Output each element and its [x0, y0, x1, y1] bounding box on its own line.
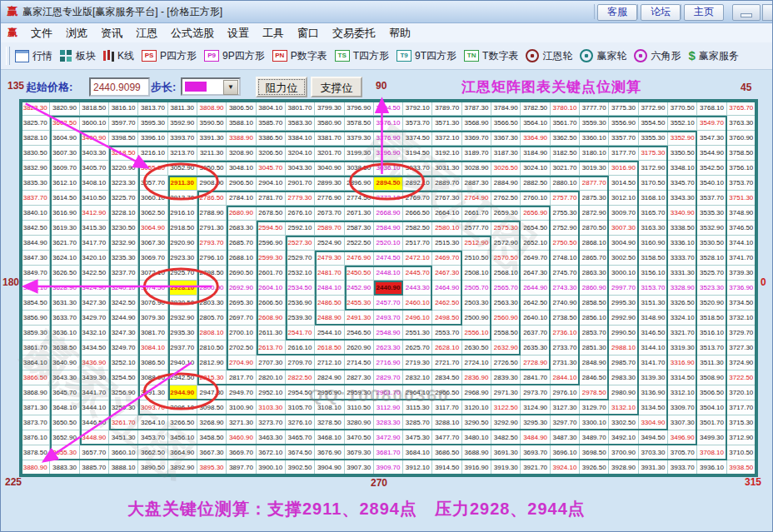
grid-cell: 3832.90: [21, 161, 50, 176]
grid-cell: 3278.50: [315, 415, 344, 430]
grid-cell: 2680.90: [227, 206, 256, 221]
grid-cell: 2827.30: [345, 370, 374, 385]
forum-button[interactable]: 论坛: [641, 4, 681, 21]
menu-item[interactable]: 文件: [24, 26, 59, 41]
grid-cell: 3614.50: [50, 191, 79, 206]
grid-cell: 3045.70: [257, 161, 286, 176]
minimize-button[interactable]: [732, 4, 761, 21]
toolbar-item[interactable]: PSP四方形: [142, 49, 197, 63]
titlebar-separator: [594, 4, 595, 19]
menu-item[interactable]: 窗口: [291, 26, 326, 41]
menu-item[interactable]: 设置: [221, 26, 256, 41]
grid-cell: 3148.90: [639, 311, 668, 326]
grid-cell: 2476.90: [345, 251, 374, 266]
grid-cell: 2889.70: [432, 176, 461, 191]
grid-cell: 3564.10: [521, 116, 550, 131]
grid-cell: 3146.50: [639, 326, 668, 341]
grid-cell: 2803.30: [197, 296, 227, 311]
grid-cell: 3840.10: [21, 206, 50, 221]
grid-cell: 2750.50: [551, 236, 580, 251]
toolbar-item[interactable]: 六角形: [634, 49, 681, 63]
menu-item[interactable]: 资讯: [94, 26, 129, 41]
grid-cell: 2556.10: [462, 326, 491, 341]
grid-cell: 3674.50: [286, 445, 315, 460]
toolbar-item[interactable]: 行情: [15, 49, 52, 63]
grid-cell: 2928.10: [168, 281, 197, 296]
toolbar-item[interactable]: T99T四方形: [396, 49, 456, 63]
grid-cell: 3511.30: [697, 355, 726, 370]
grid-cell: 3664.90: [168, 445, 197, 460]
grid-cell: 3681.70: [374, 445, 403, 460]
grid-cell: 3252.10: [109, 355, 138, 370]
toolbar-item[interactable]: 江恩轮: [526, 49, 572, 63]
menu-item[interactable]: 浏览: [59, 26, 94, 41]
grid-cell: 2942.50: [168, 370, 197, 385]
start-price-label: 起始价格:: [26, 80, 72, 95]
grid-cell: 3888.10: [109, 460, 138, 475]
grid-cell: 3636.10: [50, 326, 79, 341]
grid-cell: 3489.70: [580, 430, 609, 445]
grid-cell: 3103.30: [257, 400, 286, 415]
grid-cell: 3501.70: [697, 415, 726, 430]
toolbar-drag-handle[interactable]: [6, 47, 10, 65]
menu-item[interactable]: 江恩: [129, 26, 164, 41]
grid-cell: 3422.50: [80, 266, 109, 281]
grid-cell: 3938.50: [727, 460, 756, 475]
toolbar-item[interactable]: PNP数字表: [272, 49, 327, 63]
support-button[interactable]: 支撑位: [311, 77, 362, 97]
grid-cell: 3780.10: [551, 101, 580, 116]
grid-cell: 2505.70: [462, 281, 491, 296]
grid-cell: 3463.30: [257, 430, 286, 445]
menu-item[interactable]: 交易委托: [326, 26, 382, 41]
toolbar-item[interactable]: P99P四方形: [204, 49, 265, 63]
dropdown-arrow-icon[interactable]: ▼: [223, 80, 238, 95]
toolbar-items: 行情板块K线PSP四方形P99P四方形PNP数字表TST四方形T99T四方形TN…: [15, 49, 746, 63]
toolbar-item[interactable]: TNT数字表: [464, 49, 518, 63]
toolbar-item[interactable]: 赢家轮: [580, 49, 626, 63]
grid-cell: 3264.10: [138, 415, 167, 430]
grid-cell: 2767.30: [432, 191, 461, 206]
grid-cell: 3782.50: [521, 101, 550, 116]
grid-cell: 2536.90: [286, 296, 315, 311]
resistance-button[interactable]: 阻力位: [256, 77, 307, 97]
grid-cell: 3936.10: [697, 460, 726, 475]
grid-cell: 3420.10: [80, 251, 109, 266]
grid-cell: 2937.70: [168, 341, 197, 355]
grid-cell: 3249.70: [109, 341, 138, 355]
grid-cell: 3556.90: [609, 116, 638, 131]
grid-cell: 3307.30: [668, 415, 697, 430]
grid-cell: 2755.30: [551, 206, 580, 221]
grid-cell: 3052.90: [168, 161, 197, 176]
angle-label-315: 315: [745, 476, 761, 488]
grid-cell: 2896.90: [345, 176, 374, 191]
grid-cell: 2695.30: [227, 296, 256, 311]
grid-cell: 2654.50: [521, 221, 550, 236]
toolbar-item[interactable]: $赢家服务: [688, 49, 738, 63]
step-dropdown[interactable]: ▼: [181, 77, 241, 96]
toolbar-item[interactable]: 板块: [60, 49, 96, 63]
homepage-button[interactable]: 主页: [684, 4, 724, 21]
menu-item[interactable]: 公式选股: [164, 26, 221, 41]
grid-cell: 3643.30: [50, 370, 79, 385]
grid-cell: 2952.10: [257, 385, 286, 400]
grid-cell: 3547.30: [697, 131, 726, 146]
grid-cell: 2656.90: [521, 206, 550, 221]
menu-item[interactable]: 工具: [256, 26, 291, 41]
grid-cell: 3256.90: [109, 385, 138, 400]
grid-cell: 3504.10: [697, 400, 726, 415]
customer-service-button[interactable]: 客服: [597, 4, 637, 21]
grid-cell: 3237.70: [109, 266, 138, 281]
grid-cell: 3921.70: [521, 460, 550, 475]
window-edge-button[interactable]: [762, 4, 773, 21]
grid-cell: 2508.10: [462, 266, 491, 281]
grid-cell: 2721.70: [432, 355, 461, 370]
grid-cell: 3076.90: [138, 296, 167, 311]
toolbar-item[interactable]: TST四方形: [335, 49, 389, 63]
toolbar-item[interactable]: K线: [103, 49, 134, 63]
grid-cell: 3760.90: [727, 131, 756, 146]
grid-cell: 2935.30: [168, 326, 197, 341]
menu-item[interactable]: 帮助: [382, 26, 417, 41]
grid-cell: 3242.50: [109, 296, 138, 311]
grid-cell: 3609.70: [50, 161, 79, 176]
start-price-input[interactable]: [89, 77, 150, 97]
